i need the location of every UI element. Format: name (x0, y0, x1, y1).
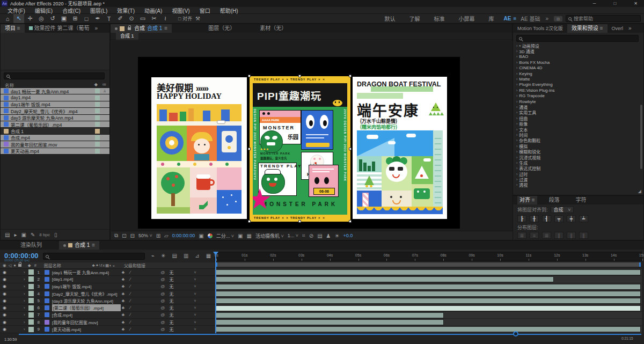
rotate-tool[interactable]: ↺ (47, 14, 58, 23)
eye-icon[interactable]: ◉ (3, 277, 6, 282)
hide-shy-layers-icon[interactable]: ✳ (161, 253, 165, 259)
pen-tool[interactable]: ✒ (92, 14, 103, 23)
twirl-icon[interactable]: › (24, 284, 25, 289)
tab-composition[interactable]: 合成 合成 1 ≡ (111, 24, 172, 33)
selection-handle[interactable] (298, 220, 301, 223)
layer-color-chip[interactable] (28, 298, 34, 303)
viewer-area[interactable]: 美好假期 »»» HAPPY HOLIDAY (111, 41, 513, 231)
parent-value[interactable]: 无 (169, 312, 173, 318)
tab-overlord[interactable]: Overl (608, 24, 628, 33)
project-item[interactable]: day1端午 饭饭.mp4♟ (1, 101, 109, 108)
snapshot-icon[interactable]: ▣ (199, 233, 203, 239)
playhead-head[interactable] (213, 252, 218, 255)
label-color-chip[interactable] (95, 129, 100, 134)
layer-duration-bar[interactable] (216, 305, 641, 311)
parent-pickwhip-icon[interactable]: @ (160, 270, 165, 275)
distribute-vertical-center-button[interactable]: ≡ (530, 232, 539, 239)
timeline-layer-row[interactable]: ◉›8[我的童年回忆图鉴.mov]♣∕@无˅ (0, 319, 215, 326)
tab-effect-controls[interactable]: 效果控件 第二课（葡萄 (25, 24, 94, 33)
fx-switch-icon[interactable]: ∕ (130, 305, 130, 310)
layer-duration-bar[interactable] (216, 284, 641, 290)
layer-duration-bar[interactable] (216, 326, 641, 332)
playhead[interactable] (215, 252, 216, 333)
clone-stamp-tool[interactable]: ⊙ (126, 14, 137, 23)
label-color-chip[interactable] (95, 89, 100, 93)
brush-tool[interactable]: ✐ (115, 14, 126, 23)
effects-category[interactable]: ›* 动画预设 (513, 43, 643, 48)
project-search-input[interactable] (4, 72, 105, 79)
effects-category[interactable]: ›时间 (513, 132, 643, 137)
pixel-aspect-icon[interactable]: ⌗ (302, 232, 305, 239)
project-item[interactable]: Day2_摩天轮_雪儿《优秀》.mp4♟ (1, 108, 109, 114)
comment-column-icon[interactable]: ≔ (102, 82, 106, 87)
mask-visibility-icon[interactable]: ▱ (164, 233, 169, 239)
quality-switch-icon[interactable]: ♣ (122, 291, 125, 296)
effects-category[interactable]: ›模拟 (513, 143, 643, 149)
fx-switch-icon[interactable]: ∕ (130, 270, 130, 275)
twirl-icon[interactable]: › (24, 327, 25, 332)
twirl-icon[interactable]: › (24, 291, 25, 296)
layer-duration-bar[interactable] (216, 319, 444, 325)
project-item[interactable]: day1 畅玩一夏 九鱼Ann.mp4♟ (1, 88, 109, 94)
parent-value[interactable]: 无 (169, 269, 173, 275)
distribute-horizontal-center-button[interactable]: ∥ (567, 232, 576, 239)
parent-pickwhip-icon[interactable]: @ (160, 320, 165, 325)
region-of-interest-icon[interactable]: ▣ (238, 233, 243, 239)
effects-category[interactable]: ›Boris FX Mocha (513, 60, 643, 65)
timeline-layer-row[interactable]: ◉›1[day1 畅玩一夏 九鱼Ann.mp4]♣∕@无˅ (0, 269, 215, 276)
comp-subtab[interactable]: 合成 1 (116, 33, 138, 40)
quality-switch-icon[interactable]: ♣ (122, 312, 125, 317)
layer-duration-bar[interactable] (216, 312, 444, 318)
type-tool[interactable]: T (104, 14, 114, 23)
fx-switch-icon[interactable]: ∕ (130, 327, 130, 332)
main-monitor-icon[interactable]: ⊡ (122, 233, 126, 239)
distribute-top-button[interactable]: ≣ (517, 232, 526, 239)
tab-layer[interactable]: 图层（无） (204, 24, 239, 33)
quality-switch-icon[interactable]: ♣ (122, 327, 125, 332)
zoom-tool[interactable]: ◎ (36, 14, 47, 23)
menubar-item[interactable]: 动画(A) (140, 6, 166, 14)
effects-category[interactable]: ›文本 (513, 127, 643, 132)
tab-footage[interactable]: 素材（无） (255, 24, 291, 33)
workspace-3[interactable]: 小屏幕 (459, 14, 475, 23)
selection-handle[interactable] (349, 220, 352, 223)
new-composition-icon[interactable]: ▣ (21, 232, 26, 238)
effects-category[interactable]: ›Matte (513, 76, 643, 82)
menubar-item[interactable]: 编辑(E) (31, 6, 57, 14)
panel-overflow-icon[interactable]: » (627, 24, 633, 33)
workspace-ae-badge[interactable]: AE (504, 16, 511, 21)
eraser-tool[interactable]: ▭ (137, 14, 148, 23)
layer-duration-bar[interactable] (216, 291, 641, 297)
tab-motion-tools[interactable]: Motion Tools 2汉化版 (513, 24, 567, 33)
effects-category[interactable]: ›表达式控制 (513, 166, 643, 171)
puppet-pin-tool[interactable]: ≀ (160, 14, 171, 23)
layer-duration-bar[interactable] (216, 298, 641, 304)
layer-duration-bar[interactable] (216, 276, 554, 282)
label-color-chip[interactable] (95, 142, 100, 147)
resolution-dropdown[interactable]: 二分... ˅ (216, 232, 234, 239)
parent-dropdown-icon[interactable]: ˅ (194, 299, 196, 303)
label-color-chip[interactable] (95, 122, 100, 127)
parent-pickwhip-icon[interactable]: @ (160, 291, 165, 296)
panel-resize-grip-icon[interactable]: ◢ (638, 189, 641, 194)
always-preview-icon[interactable]: ⧉ (114, 232, 118, 239)
label-color-chip[interactable] (95, 96, 100, 100)
tab-character[interactable]: 字符 (572, 196, 591, 204)
tab-align[interactable]: 对齐 ≡ (517, 196, 537, 204)
effects-category[interactable]: ›扭曲 (513, 115, 643, 121)
parent-value[interactable]: 无 (169, 305, 173, 311)
effects-category[interactable]: ›Keying (513, 71, 643, 76)
eye-icon[interactable]: ◉ (3, 284, 6, 289)
layer-color-chip[interactable] (28, 276, 34, 282)
twirl-icon[interactable]: › (24, 320, 25, 325)
distribute-left-button[interactable]: ∥ (554, 232, 564, 239)
align-top-button[interactable]: ┯ (554, 215, 564, 222)
flowchart-icon[interactable]: ♟ (326, 233, 331, 239)
quality-switch-icon[interactable]: ♣ (122, 298, 125, 303)
eye-icon[interactable]: ◉ (3, 320, 6, 325)
preview-time-display[interactable]: 0:00:00:00 (172, 233, 195, 238)
twirl-icon[interactable]: › (24, 305, 25, 310)
parent-pickwhip-icon[interactable]: @ (160, 277, 165, 282)
fx-switch-icon[interactable]: ∕ (130, 298, 130, 303)
menubar-item[interactable]: 图层(L) (86, 6, 112, 14)
